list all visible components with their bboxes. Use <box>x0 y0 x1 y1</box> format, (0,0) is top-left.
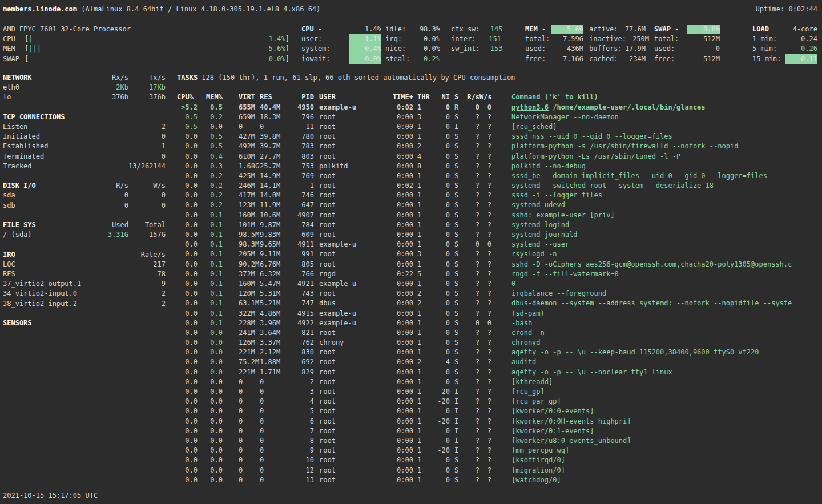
sidebar-row: Listen 2 <box>3 122 166 132</box>
process-row[interactable]: 0.0 0.0 0 0 12 root 0:00 1 0 S ? ? [migr… <box>177 466 822 475</box>
stat-column: SWAP - 0.0% total: 512M used: 0 free: 51… <box>654 25 720 64</box>
proc-mem: 0.0 <box>198 455 223 465</box>
proc-cmd: irqbalance --foreground <box>511 289 822 299</box>
proc-ni: 0 <box>426 142 450 151</box>
process-row[interactable]: 0.0 0.0 0 0 10 root 0:00 1 0 S ? ? [ksof… <box>177 455 822 465</box>
column-header-time[interactable]: TIME+ <box>365 92 413 102</box>
process-row[interactable]: 0.0 0.0 0 0 6 root 0:00 1 -20 I ? ? [kwo… <box>177 417 822 426</box>
process-row[interactable]: 0.0 0.3 1.68G 25.7M 753 polkitd 0:00 8 0… <box>177 162 822 171</box>
column-header-cpu[interactable]: CPU% <box>177 92 198 102</box>
process-row[interactable]: 0.5 0.2 659M 18.3M 796 root 0:00 3 0 S ?… <box>177 112 822 122</box>
proc-cpu: 0.0 <box>177 181 198 191</box>
process-row[interactable]: 0.0 0.2 246M 14.1M 1 root 0:02 1 0 S ? ?… <box>177 181 822 191</box>
proc-ws: ? <box>480 279 491 289</box>
process-row[interactable]: >5.2 0.5 655M 40.4M 4950 example-u 0:02 … <box>177 103 822 112</box>
proc-virt: 1.68G <box>239 162 260 171</box>
stat-label: CPU - <box>301 25 349 34</box>
proc-rs: ? <box>459 455 480 465</box>
sidebar-col2-header: Rate/s <box>128 250 166 260</box>
proc-ni: -20 <box>426 387 450 397</box>
terminal-screen[interactable]: members.linode.com (AlmaLinux 8.4 64bit … <box>0 0 822 504</box>
proc-virt: 322M <box>239 309 260 318</box>
process-row[interactable]: 0.0 0.1 101M 9.87M 784 root 0:00 1 0 S ?… <box>177 220 822 230</box>
process-row[interactable]: 0.0 0.0 0 0 13 root 0:00 1 0 S ? ? [watc… <box>177 475 822 485</box>
proc-ni: 0 <box>426 260 450 269</box>
proc-res: 0 <box>260 475 280 485</box>
process-row[interactable]: 0.0 0.5 492M 39.7M 783 root 0:00 2 0 S ?… <box>177 142 822 151</box>
process-row[interactable]: 0.0 0.0 221M 2.12M 830 root 0:00 1 0 S ?… <box>177 348 822 357</box>
proc-s: S <box>454 328 459 338</box>
process-row[interactable]: 0.0 0.2 123M 11.9M 647 root 0:00 1 0 S ?… <box>177 200 822 210</box>
proc-time: 0:00 <box>365 348 413 357</box>
process-row[interactable]: 0.0 0.5 427M 39.8M 780 root 0:00 1 0 S ?… <box>177 132 822 142</box>
process-row[interactable]: 0.0 0.0 0 0 8 root 0:00 1 0 I ? ? [kwork… <box>177 436 822 446</box>
proc-ws: ? <box>480 171 491 181</box>
process-row[interactable]: 0.0 0.1 90.2M 6.76M 805 root 0:00 1 0 S … <box>177 260 822 269</box>
sidebar-row-name: 38_virtio2-input.2 <box>3 299 95 309</box>
proc-time: 0:00 <box>365 417 413 426</box>
process-row[interactable]: 0.0 0.0 126M 3.37M 762 chrony 0:00 1 0 S… <box>177 338 822 348</box>
column-header-ws[interactable]: W/s <box>480 92 491 102</box>
process-row[interactable]: 0.0 0.1 372M 6.32M 766 rngd 0:22 5 0 S ?… <box>177 269 822 279</box>
column-header-rs[interactable]: R/s <box>459 92 480 102</box>
proc-user: root <box>319 260 365 269</box>
proc-thr: 1 <box>417 397 426 406</box>
process-row[interactable]: 0.0 0.0 0 0 3 root 0:00 1 -20 I ? ? [rcu… <box>177 387 822 397</box>
process-row[interactable]: 0.0 0.1 322M 4.86M 4915 example-u 0:00 1… <box>177 309 822 318</box>
proc-res: 0 <box>260 387 280 397</box>
process-row[interactable]: 0.0 0.0 75.2M 1.88M 692 root 0:00 2 -4 S… <box>177 357 822 367</box>
process-row[interactable]: 0.0 0.1 228M 3.96M 4922 example-u 0:00 1… <box>177 318 822 328</box>
proc-virt: 160M <box>239 279 260 289</box>
column-header-ni[interactable]: NI <box>426 92 450 102</box>
proc-rs: ? <box>459 279 480 289</box>
sidebar-value-1 <box>95 279 128 289</box>
process-row[interactable]: 0.0 0.4 610M 27.7M 803 root 0:00 4 0 S ?… <box>177 152 822 162</box>
proc-cmd: systemd --switched-root --system --deser… <box>511 181 822 191</box>
proc-pid: 4 <box>280 397 314 406</box>
proc-virt: 427M <box>239 132 260 142</box>
column-header-user[interactable]: USER <box>319 92 365 102</box>
process-row[interactable]: 0.0 0.0 0 0 5 root 0:00 1 0 I ? ? [kwork… <box>177 406 822 416</box>
column-header-thr[interactable]: THR <box>417 92 426 102</box>
process-row[interactable]: 0.0 0.1 98.3M 9.65M 4911 example-u 0:00 … <box>177 240 822 249</box>
process-row[interactable]: 0.0 0.0 0 0 9 root 0:00 1 -20 I ? ? [mm_… <box>177 446 822 455</box>
proc-mem: 0.0 <box>198 338 223 348</box>
stat-label: active: <box>589 25 623 34</box>
proc-user: root <box>319 289 365 299</box>
process-row[interactable]: 0.0 0.0 0 0 7 root 0:00 1 0 I ? ? [kwork… <box>177 426 822 436</box>
proc-cmd: chronyd <box>511 338 822 348</box>
proc-pid: 3 <box>280 387 314 397</box>
column-header-command[interactable]: Command ('k' to kill) <box>511 92 822 102</box>
process-row[interactable]: 0.0 0.1 205M 9.11M 991 root 0:00 3 0 S ?… <box>177 249 822 259</box>
proc-thr: 1 <box>417 338 426 348</box>
proc-user: root <box>319 357 365 367</box>
stat-label: buffers: <box>589 44 623 54</box>
proc-rs: ? <box>459 328 480 338</box>
process-row[interactable]: 0.0 0.1 120M 5.31M 743 root 0:00 2 0 S ?… <box>177 289 822 299</box>
proc-cmd: agetty -o -p -- \u --keep-baud 115200,38… <box>511 348 822 357</box>
process-row[interactable]: 0.0 0.0 0 0 4 root 0:00 1 -20 I ? ? [rcu… <box>177 397 822 406</box>
column-header-res[interactable]: RES <box>260 92 280 102</box>
process-row[interactable]: 0.0 0.0 0 0 2 root 0:00 1 0 S ? ? [kthre… <box>177 377 822 387</box>
proc-thr: 1 <box>417 318 426 328</box>
proc-res: 25.7M <box>260 162 280 171</box>
process-row[interactable]: 0.0 0.1 98.5M 9.83M 609 root 0:00 1 0 S … <box>177 230 822 240</box>
column-header-virt[interactable]: VIRT <box>239 92 260 102</box>
proc-ni: 0 <box>426 191 450 200</box>
proc-pid: 762 <box>280 338 314 348</box>
process-row[interactable]: 0.0 0.1 63.1M 5.21M 747 dbus 0:00 2 0 S … <box>177 299 822 308</box>
process-row[interactable]: 0.0 0.1 160M 5.47M 4921 example-u 0:00 1… <box>177 279 822 289</box>
process-row[interactable]: 0.0 0.2 417M 14.0M 746 root 0:00 1 0 S ?… <box>177 191 822 200</box>
proc-mem: 0.0 <box>198 387 223 397</box>
proc-user: root <box>319 397 365 406</box>
column-header-state[interactable]: S <box>454 92 459 102</box>
process-row[interactable]: 0.0 0.2 425M 14.9M 769 root 0:00 1 0 S ?… <box>177 171 822 181</box>
column-header-pid[interactable]: PID <box>280 92 314 102</box>
column-header-mem[interactable]: MEM% <box>198 92 223 102</box>
sidebar-value-2: 0 <box>128 132 166 142</box>
process-row[interactable]: 0.5 0.0 0 0 11 root 0:00 1 0 I ? ? [rcu_… <box>177 122 822 132</box>
process-row[interactable]: 0.0 0.0 241M 3.64M 821 root 0:00 1 0 S ?… <box>177 328 822 338</box>
process-row[interactable]: 0.0 0.0 221M 1.71M 829 root 0:00 1 0 S ?… <box>177 368 822 377</box>
proc-ws: ? <box>480 260 491 269</box>
process-row[interactable]: 0.0 0.1 160M 10.6M 4907 root 0:00 1 0 S … <box>177 211 822 220</box>
